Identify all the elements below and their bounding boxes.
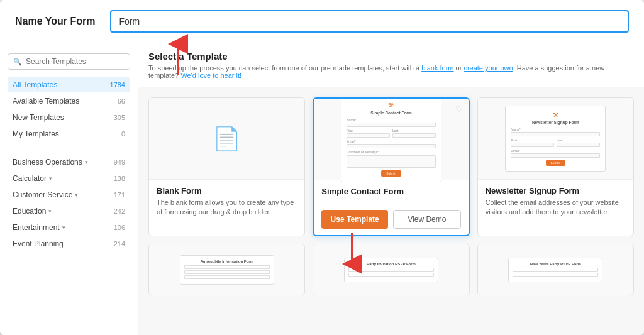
view-demo-button[interactable]: View Demo xyxy=(393,210,461,229)
template-desc: Collect the email addresses of your webs… xyxy=(486,198,626,217)
search-box[interactable]: 🔍 xyxy=(8,53,130,70)
category-entertainment[interactable]: Entertainment ▾ 106 xyxy=(8,220,130,235)
template-info: Simple Contact Form xyxy=(314,180,468,205)
chevron-down-icon: ▾ xyxy=(75,192,78,198)
mini-field-row-2: First Last xyxy=(347,129,436,138)
automobile-preview: Automobile Information Form xyxy=(149,244,304,295)
mini-form: ⚒ Simple Contact Form Name* xyxy=(341,97,441,182)
category-customer-service[interactable]: Customer Service ▾ 171 xyxy=(8,187,130,202)
chevron-down-icon: ▾ xyxy=(48,208,52,214)
suggestion-link[interactable]: We'd love to hear it! xyxy=(180,72,242,79)
category-count: 214 xyxy=(114,240,125,248)
template-info: Blank Form The blank form allows you to … xyxy=(149,180,304,224)
new-years-preview: New Years Party RSVP Form xyxy=(478,244,633,295)
template-card-newsletter[interactable]: ⚒ Newsletter Signup Form Name* xyxy=(477,97,634,236)
template-name: Simple Contact Form xyxy=(321,187,460,196)
sidebar: 🔍 All Templates 1784 Available Templates… xyxy=(0,43,138,335)
filter-new-templates[interactable]: New Templates 305 xyxy=(8,110,130,125)
chevron-down-icon: ▾ xyxy=(62,224,65,231)
category-label: Customer Service xyxy=(13,190,72,199)
blank-form-icon: 📄 xyxy=(213,126,241,152)
chevron-down-icon: ▾ xyxy=(49,175,52,182)
mini-textarea xyxy=(347,155,436,168)
template-card-simple-contact[interactable]: ♡ ⚒ Simple Contact Form Name* xyxy=(313,97,469,236)
simple-contact-preview: ♡ ⚒ Simple Contact Form Name* xyxy=(314,99,468,180)
category-calculator[interactable]: Calculator ▾ 138 xyxy=(8,171,130,186)
category-count: 106 xyxy=(114,224,125,231)
category-count: 242 xyxy=(114,207,125,215)
mini-field-name: Name* xyxy=(347,118,436,127)
category-label: Calculator xyxy=(13,174,47,183)
form-icon: ⚒ xyxy=(511,111,600,118)
use-template-button[interactable]: Use Template xyxy=(321,210,388,229)
filter-label: Available Templates xyxy=(13,97,79,106)
form-name-input[interactable] xyxy=(110,10,629,33)
template-name: Newsletter Signup Form xyxy=(486,186,626,195)
form-icon: ⚒ xyxy=(347,102,436,109)
blank-form-link[interactable]: blank form xyxy=(421,64,453,72)
category-count: 138 xyxy=(114,175,125,182)
templates-grid: 📄 Blank Form The blank form allows you t… xyxy=(148,97,634,295)
category-label: Business Operations xyxy=(13,158,82,167)
blank-form-preview: 📄 xyxy=(149,98,304,180)
template-card-new-years[interactable]: New Years Party RSVP Form xyxy=(477,244,634,295)
template-card-party-rsvp[interactable]: Party Invitation RSVP Form xyxy=(313,244,469,295)
filter-count: 0 xyxy=(121,130,125,138)
select-template-header: Select a Template To speed up the proces… xyxy=(138,43,644,87)
filter-all-templates[interactable]: All Templates 1784 xyxy=(8,77,130,92)
filter-label: My Templates xyxy=(13,129,59,138)
select-template-description: To speed up the process you can select f… xyxy=(148,64,634,79)
mini-submit: Submit xyxy=(381,170,401,177)
right-panel: Select a Template To speed up the proces… xyxy=(138,43,644,335)
sidebar-divider xyxy=(8,148,130,148)
mini-field-email: Email* xyxy=(347,140,436,148)
chevron-down-icon: ▾ xyxy=(85,159,88,165)
party-rsvp-preview: Party Invitation RSVP Form xyxy=(313,244,469,295)
category-label: Education xyxy=(13,207,46,216)
mini-form-title: Newsletter Signup Form xyxy=(511,120,600,124)
category-count: 171 xyxy=(114,191,125,199)
category-event-planning[interactable]: Event Planning 214 xyxy=(8,236,130,251)
filter-count: 66 xyxy=(118,97,125,105)
template-desc: The blank form allows you to create any … xyxy=(157,198,297,217)
filter-count: 305 xyxy=(114,114,125,121)
mini-submit: Submit xyxy=(546,160,566,166)
category-education[interactable]: Education ▾ 242 xyxy=(8,204,130,219)
filter-label: New Templates xyxy=(13,113,64,122)
search-icon: 🔍 xyxy=(13,58,22,66)
template-name: Blank Form xyxy=(157,186,297,195)
select-template-title: Select a Template xyxy=(148,51,634,62)
filter-count: 1784 xyxy=(110,81,125,89)
heart-icon[interactable]: ♡ xyxy=(455,104,464,114)
top-bar: Name Your Form xyxy=(0,0,644,43)
template-info: Newsletter Signup Form Collect the email… xyxy=(478,180,633,224)
mini-form: ⚒ Newsletter Signup Form Name* xyxy=(505,106,606,172)
mini-field-row: Name* xyxy=(347,118,436,127)
message-label: Comment or Message* xyxy=(347,150,436,154)
category-business-operations[interactable]: Business Operations ▾ 949 xyxy=(8,155,130,170)
category-count: 949 xyxy=(114,158,125,166)
template-card-blank[interactable]: 📄 Blank Form The blank form allows you t… xyxy=(148,97,305,236)
category-label: Event Planning xyxy=(13,239,64,248)
mini-form-title: Simple Contact Form xyxy=(347,111,436,115)
search-input[interactable] xyxy=(26,57,125,66)
create-own-link[interactable]: create your own xyxy=(464,64,513,72)
filter-my-templates[interactable]: My Templates 0 xyxy=(8,126,130,141)
filter-available-templates[interactable]: Available Templates 66 xyxy=(8,94,130,109)
newsletter-preview: ⚒ Newsletter Signup Form Name* xyxy=(478,98,633,180)
category-label: Entertainment xyxy=(13,223,60,232)
form-name-label: Name Your Form xyxy=(15,16,95,27)
main-content: 🔍 All Templates 1784 Available Templates… xyxy=(0,43,644,335)
template-card-automobile[interactable]: Automobile Information Form xyxy=(148,244,305,295)
template-actions: Use Template View Demo xyxy=(314,205,468,235)
filter-label: All Templates xyxy=(13,80,57,89)
